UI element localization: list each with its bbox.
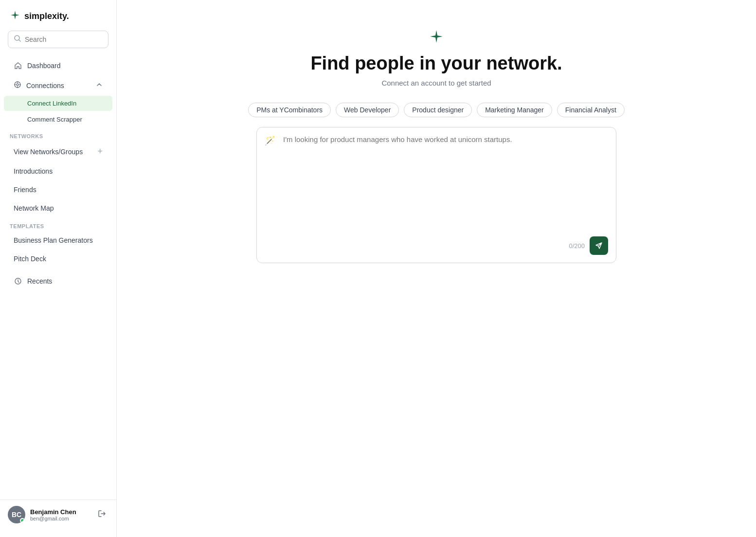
textarea-row: 🪄 (265, 135, 608, 233)
comment-scrapper-label: Comment Scrapper (27, 116, 82, 123)
sidebar-item-dashboard[interactable]: Dashboard (4, 56, 112, 75)
sidebar-item-view-networks[interactable]: View Networks/Groups + (4, 142, 112, 161)
templates-section-label: Templates (0, 217, 116, 231)
hero-section: Find people in your network. Connect an … (310, 29, 562, 87)
search-input-area: 🪄 0/200 (256, 127, 616, 263)
hero-subtitle: Connect an account to get started (310, 79, 562, 87)
search-footer: 0/200 (265, 236, 608, 255)
sidebar-item-network-map[interactable]: Network Map (4, 199, 112, 217)
connect-linkedin-label: Connect LinkedIn (27, 100, 76, 107)
pitch-deck-label: Pitch Deck (14, 255, 46, 263)
avatar-initials: BC (12, 511, 21, 519)
network-map-label: Network Map (14, 204, 54, 212)
sidebar-item-connect-linkedin[interactable]: Connect LinkedIn (4, 96, 112, 111)
char-count: 0/200 (569, 242, 585, 250)
dashboard-label: Dashboard (27, 62, 61, 70)
sidebar-item-friends[interactable]: Friends (4, 181, 112, 198)
chip-financial-analyst[interactable]: Financial Analyst (557, 103, 625, 117)
home-icon (14, 61, 22, 70)
user-name: Benjamin Chen (30, 508, 91, 516)
connections-label: Connections (26, 82, 64, 90)
recents-label: Recents (27, 277, 52, 285)
networks-section-label: Networks (0, 127, 116, 141)
search-textarea[interactable] (283, 135, 608, 233)
chip-marketing[interactable]: Marketing Manager (477, 103, 552, 117)
search-icon (14, 35, 21, 44)
sidebar-item-business-plan[interactable]: Business Plan Generators (4, 232, 112, 249)
logout-button[interactable] (96, 507, 108, 522)
user-info: Benjamin Chen ben@gmail.com (30, 508, 91, 521)
sidebar: simplexity. Dashboard (0, 0, 117, 537)
user-email: ben@gmail.com (30, 516, 91, 521)
search-input[interactable] (25, 36, 102, 43)
chip-pms[interactable]: PMs at YCombinators (248, 103, 331, 117)
sidebar-item-pitch-deck[interactable]: Pitch Deck (4, 250, 112, 268)
connections-section[interactable]: Connections (4, 76, 112, 95)
introductions-label: Introductions (14, 167, 53, 175)
main-content: Find people in your network. Connect an … (117, 0, 756, 537)
add-icon: + (97, 146, 103, 157)
sidebar-item-comment-scrapper[interactable]: Comment Scrapper (4, 112, 112, 127)
send-button[interactable] (590, 236, 608, 255)
svg-point-2 (17, 84, 18, 86)
hero-title: Find people in your network. (310, 53, 562, 74)
chevron-up-icon (96, 81, 103, 90)
online-indicator (20, 518, 25, 523)
chip-web-dev[interactable]: Web Developer (336, 103, 399, 117)
friends-label: Friends (14, 186, 36, 194)
sidebar-item-introductions[interactable]: Introductions (4, 162, 112, 180)
app-name: simplexity. (24, 11, 69, 21)
suggestion-chips: PMs at YCombinators Web Developer Produc… (248, 103, 625, 117)
recents-icon (14, 277, 22, 286)
avatar: BC (8, 506, 25, 523)
hero-star-icon (310, 29, 562, 47)
chip-product-designer[interactable]: Product designer (404, 103, 472, 117)
search-box[interactable] (8, 31, 108, 48)
wand-icon: 🪄 (265, 135, 275, 146)
logo-area: simplexity. (0, 0, 116, 31)
connections-icon (14, 81, 21, 90)
user-area: BC Benjamin Chen ben@gmail.com (0, 500, 116, 529)
logo-icon (10, 10, 20, 23)
view-networks-label: View Networks/Groups (14, 148, 83, 156)
business-plan-label: Business Plan Generators (14, 236, 93, 244)
sidebar-item-recents[interactable]: Recents (4, 272, 112, 290)
